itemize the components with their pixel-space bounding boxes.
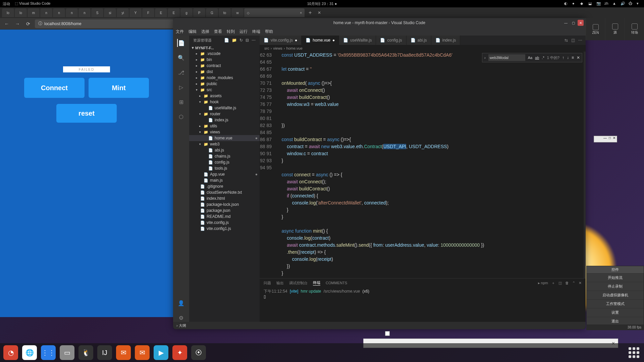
new-tab-button[interactable]: + bbox=[305, 10, 315, 16]
show-applications[interactable] bbox=[627, 346, 641, 359]
browser-tab[interactable]: si bbox=[104, 8, 116, 17]
file-item[interactable]: 📄home.vue● bbox=[189, 135, 260, 141]
folder-item[interactable]: ▾📁hook bbox=[189, 99, 260, 105]
file-item[interactable]: 📄package-lock.json bbox=[189, 201, 260, 207]
minimap[interactable] bbox=[584, 52, 586, 278]
tray-icon[interactable]: ⬓ bbox=[588, 1, 593, 6]
address-bar[interactable]: ⓘ localhost:8008/home bbox=[35, 19, 176, 28]
split-icon[interactable]: ◫ bbox=[571, 38, 575, 43]
panel-tab[interactable]: 调试控制台 bbox=[289, 281, 308, 286]
minimize-button[interactable]: — bbox=[563, 20, 569, 26]
panel-tab[interactable]: 问题 bbox=[264, 281, 271, 286]
file-item[interactable]: 📄cloudServerNote.txt bbox=[189, 189, 260, 195]
connect-button[interactable]: Connect bbox=[24, 78, 85, 98]
new-terminal-icon[interactable]: ＋ bbox=[551, 281, 555, 286]
file-item[interactable]: 📄README.md bbox=[189, 214, 260, 220]
browser-tab[interactable]: yi bbox=[117, 8, 129, 17]
browser-tab[interactable]: S bbox=[91, 8, 103, 17]
obs-control-button[interactable]: 启动虚拟摄像机 bbox=[587, 291, 644, 299]
minimize-button[interactable]: — bbox=[603, 136, 607, 142]
breadcrumb-segment[interactable]: views bbox=[273, 46, 282, 50]
browser-tab[interactable]: F bbox=[142, 8, 154, 17]
close-tabs-icon[interactable]: ✕ bbox=[318, 10, 321, 15]
file-item[interactable]: 📄index.html bbox=[189, 195, 260, 201]
dock-app[interactable]: 🌐 bbox=[22, 345, 37, 360]
maximize-button[interactable]: ▢ bbox=[570, 20, 576, 26]
file-item[interactable]: 📄useWallte.js bbox=[189, 105, 260, 111]
network-icon[interactable]: ▲ bbox=[612, 1, 617, 6]
activities[interactable]: 活动 bbox=[3, 1, 10, 6]
browser-tab[interactable]: w bbox=[231, 8, 244, 17]
obs-control-button[interactable]: 工作室模式 bbox=[587, 299, 644, 308]
dock-app[interactable]: ⋮⋮ bbox=[41, 345, 56, 360]
dock-app[interactable]: ✉ bbox=[135, 345, 150, 360]
tray-icon[interactable]: 📷 bbox=[596, 1, 601, 6]
file-item[interactable]: 📄vite.config1.js bbox=[189, 226, 260, 232]
folder-item[interactable]: ▾📁web3 bbox=[189, 141, 260, 147]
file-item[interactable]: 📄.gitignore bbox=[189, 183, 260, 189]
close-find-icon[interactable]: ✕ bbox=[577, 55, 580, 60]
browser-tab[interactable]: to bbox=[219, 8, 231, 17]
editor-tab[interactable]: 📄abi.js bbox=[407, 36, 431, 45]
browser-tab[interactable]: lo bbox=[2, 8, 14, 17]
browser-tab[interactable]: G bbox=[206, 8, 218, 17]
menu-item[interactable]: 帮助 bbox=[265, 29, 273, 35]
panel-tab[interactable]: 终端 bbox=[313, 280, 320, 286]
folder-item[interactable]: ▾📁views bbox=[189, 129, 260, 135]
dock-app[interactable]: ✦ bbox=[172, 345, 187, 360]
new-folder-icon[interactable]: 📁 bbox=[232, 38, 237, 43]
editor-tab[interactable]: 📄home.vue● bbox=[302, 36, 339, 45]
browser-tab[interactable]: Y bbox=[129, 8, 142, 17]
browser-tab[interactable]: m bbox=[28, 8, 40, 17]
folder-item[interactable]: ▾📁router bbox=[189, 111, 260, 117]
browser-tab[interactable]: ◇× bbox=[244, 8, 305, 17]
folder-item[interactable]: ▸📁assets bbox=[189, 93, 260, 99]
remote-icon[interactable]: ⬡ bbox=[177, 113, 185, 121]
find-input[interactable] bbox=[488, 54, 525, 61]
maximize-panel-icon[interactable]: ⌃ bbox=[572, 281, 575, 285]
file-item[interactable]: 📄App.vue● bbox=[189, 171, 260, 177]
split-terminal-icon[interactable]: ◫ bbox=[558, 281, 562, 285]
dock-app[interactable]: ▭ bbox=[60, 345, 74, 360]
match-case-icon[interactable]: Aa bbox=[528, 56, 532, 60]
editor-tab[interactable]: 📄config.js bbox=[376, 36, 406, 45]
obs-control-button[interactable]: 停止录制 bbox=[587, 282, 644, 291]
menu-item[interactable]: 编辑 bbox=[189, 29, 197, 35]
menu-item[interactable]: 运行 bbox=[239, 29, 248, 35]
extensions-icon[interactable]: ⊞ bbox=[177, 98, 185, 106]
browser-tab[interactable]: lo bbox=[15, 8, 27, 17]
dock-app[interactable]: IJ bbox=[97, 345, 112, 360]
menu-item[interactable]: 查看 bbox=[214, 29, 222, 35]
folder-item[interactable]: ▾📁src bbox=[189, 87, 260, 93]
maximize-button[interactable]: □ bbox=[609, 136, 611, 142]
back-button[interactable]: ← bbox=[3, 20, 11, 28]
panel-tab[interactable]: 输出 bbox=[276, 281, 284, 286]
dock-app[interactable]: ⦿ bbox=[191, 345, 206, 360]
browser-tab[interactable]: n bbox=[66, 8, 78, 17]
folder-item[interactable]: ▸📁contract bbox=[189, 63, 260, 69]
gear-icon[interactable]: ⚙ bbox=[177, 314, 185, 322]
obs-mode-button[interactable]: 源 bbox=[605, 18, 625, 40]
active-app-name[interactable]: ⬚ Visual Studio Code bbox=[15, 1, 50, 6]
next-match-icon[interactable]: ↓ bbox=[567, 55, 569, 60]
breadcrumb-segment[interactable]: home.vue bbox=[286, 46, 303, 50]
menu-item[interactable]: 文件 bbox=[176, 29, 184, 35]
file-item[interactable]: 📄chains.js bbox=[189, 153, 260, 159]
whole-word-icon[interactable]: ab bbox=[535, 56, 539, 60]
browser-tab[interactable]: n bbox=[78, 8, 91, 17]
search-icon[interactable]: 🔍 bbox=[177, 54, 185, 62]
code-content[interactable]: const USDT_ADDRESS = '0x8955BB98374b05A6… bbox=[276, 52, 586, 278]
volume-icon[interactable]: 🔊 bbox=[621, 1, 625, 6]
project-root[interactable]: ▾ MYNFT-F... bbox=[189, 45, 260, 51]
account-icon[interactable]: 👤 bbox=[177, 299, 185, 307]
file-item[interactable]: 📄main.js bbox=[189, 177, 260, 183]
tray-icon[interactable]: ◆ bbox=[580, 1, 585, 6]
folder-item[interactable]: ▸📁bin bbox=[189, 57, 260, 63]
regex-icon[interactable]: .* bbox=[542, 56, 544, 60]
menu-item[interactable]: 终端 bbox=[252, 29, 260, 35]
debug-icon[interactable]: ▷ bbox=[177, 83, 185, 91]
panel-tab[interactable]: COMMENTS bbox=[326, 281, 347, 285]
outline-toggle[interactable]: › 大纲 bbox=[176, 323, 186, 328]
obs-control-button[interactable]: 开始推流 bbox=[587, 273, 644, 282]
browser-tab[interactable]: g bbox=[180, 8, 193, 17]
